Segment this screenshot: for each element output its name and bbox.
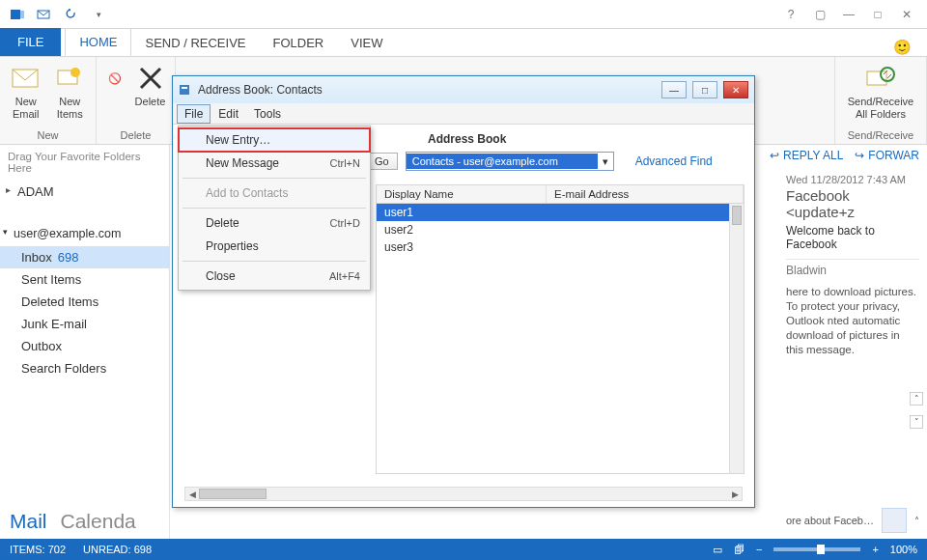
forward-icon: ↪: [855, 149, 864, 162]
tab-folder[interactable]: FOLDER: [260, 30, 338, 56]
account-node[interactable]: user@example.com: [0, 221, 169, 246]
zoom-slider[interactable]: [773, 547, 860, 551]
window-close-button[interactable]: ✕: [896, 4, 917, 25]
menu-new-message-label: New Message: [206, 156, 279, 170]
nav-calendar-link[interactable]: Calenda: [61, 510, 136, 533]
send-receive-all-label: Send/Receive All Folders: [843, 96, 918, 121]
menu-delete[interactable]: DeleteCtrl+D: [179, 211, 370, 235]
expand-header-icon[interactable]: ˄: [910, 392, 923, 406]
chevron-down-icon[interactable]: ▾: [598, 155, 613, 168]
folder-inbox-count: 698: [58, 250, 79, 265]
svg-rect-0: [11, 10, 20, 19]
people-pane-toggle-icon[interactable]: ˄: [914, 516, 919, 526]
nav-mail-link[interactable]: Mail: [10, 510, 47, 533]
reply-all-label: REPLY ALL: [783, 149, 843, 162]
feedback-smiley-icon[interactable]: 🙂: [893, 39, 912, 56]
folder-outbox[interactable]: Outbox: [0, 335, 169, 357]
forward-button[interactable]: ↪FORWAR: [855, 149, 919, 162]
forward-label: FORWAR: [868, 149, 919, 162]
tab-home[interactable]: HOME: [65, 28, 131, 56]
quick-undo-icon[interactable]: [62, 5, 81, 24]
view-normal-icon[interactable]: ▭: [713, 544, 722, 556]
list-vertical-scrollbar[interactable]: [729, 204, 744, 473]
contact-list-header: Display Name E-mail Address: [376, 184, 744, 204]
zoom-in-button[interactable]: +: [872, 544, 878, 555]
delete-button[interactable]: Delete: [133, 61, 167, 108]
send-receive-all-button[interactable]: Send/Receive All Folders: [843, 61, 918, 121]
folder-pane: Drag Your Favorite Folders Here ADAM use…: [0, 145, 170, 539]
tab-view[interactable]: VIEW: [337, 30, 396, 56]
view-reading-icon[interactable]: 🗐: [734, 544, 744, 555]
nav-bottom-bar: Mail Calenda: [0, 500, 169, 539]
new-email-button[interactable]: New Email: [8, 61, 44, 121]
svg-rect-9: [182, 87, 187, 89]
new-email-label: New Email: [8, 96, 44, 121]
menu-close-shortcut: Alt+F4: [329, 270, 360, 282]
menu-new-message[interactable]: New MessageCtrl+N: [179, 152, 370, 175]
menu-close[interactable]: CloseAlt+F4: [179, 265, 370, 288]
contact-list[interactable]: user1 user2 user3: [376, 204, 744, 474]
new-items-button[interactable]: New Items: [52, 61, 89, 121]
folder-sent-items[interactable]: Sent Items: [0, 268, 169, 291]
list-horizontal-scrollbar[interactable]: ◀ ▶: [184, 487, 743, 501]
tab-file[interactable]: FILE: [0, 28, 61, 56]
folder-search-folders[interactable]: Search Folders: [0, 357, 169, 379]
collapse-header-icon[interactable]: ˅: [910, 415, 923, 429]
zoom-level[interactable]: 100%: [890, 544, 917, 555]
quick-send-icon[interactable]: [35, 5, 54, 24]
profile-node[interactable]: ADAM: [0, 180, 169, 204]
dialog-titlebar[interactable]: Address Book: Contacts — □ ✕: [173, 76, 754, 103]
ribbon-tabs: FILE HOME SEND / RECEIVE FOLDER VIEW 🙂: [0, 29, 927, 56]
folder-deleted-items[interactable]: Deleted Items: [0, 291, 169, 313]
dialog-menubar: File Edit Tools: [173, 103, 754, 125]
menu-edit[interactable]: Edit: [211, 104, 246, 124]
message-to-line: Bladwin: [786, 259, 919, 277]
contact-row[interactable]: user1: [377, 204, 744, 221]
send-receive-icon: [865, 63, 896, 94]
help-icon[interactable]: ?: [780, 4, 801, 25]
advanced-find-link[interactable]: Advanced Find: [635, 154, 713, 168]
reply-all-button[interactable]: ↩REPLY ALL: [770, 149, 843, 162]
quick-customize-dropdown[interactable]: ▾: [89, 5, 108, 24]
folder-junk[interactable]: Junk E-mail: [0, 313, 169, 335]
contact-row[interactable]: user2: [377, 221, 744, 238]
dialog-close-button[interactable]: ✕: [723, 81, 748, 98]
scrollbar-thumb[interactable]: [199, 489, 267, 499]
tab-send-receive[interactable]: SEND / RECEIVE: [131, 30, 259, 56]
menu-new-entry-label: New Entry…: [206, 133, 270, 147]
ignore-button[interactable]: 🚫: [104, 61, 126, 108]
window-minimize-button[interactable]: —: [838, 4, 859, 25]
ignore-icon: 🚫: [99, 63, 130, 94]
people-pane-avatar[interactable]: [882, 508, 907, 533]
contact-row[interactable]: user3: [377, 238, 744, 256]
message-from: Facebook <update+z: [786, 187, 919, 220]
status-items: ITEMS: 702: [10, 544, 66, 555]
scrollbar-thumb[interactable]: [732, 206, 742, 225]
folder-inbox[interactable]: Inbox698: [0, 246, 169, 268]
delete-x-icon: [135, 63, 166, 94]
menu-separator: [183, 208, 366, 209]
menu-new-entry[interactable]: New Entry…: [179, 128, 370, 152]
new-items-icon: [54, 63, 85, 94]
scroll-right-arrow-icon[interactable]: ▶: [728, 490, 742, 499]
message-infobar[interactable]: here to download pictures. To protect yo…: [786, 285, 919, 357]
address-book-selector[interactable]: Contacts - user@example.com ▾: [406, 152, 614, 171]
favorites-hint: Drag Your Favorite Folders Here: [0, 145, 169, 180]
menu-file[interactable]: File: [177, 104, 211, 124]
ribbon-display-options-icon[interactable]: ▢: [809, 4, 830, 25]
dialog-maximize-button[interactable]: □: [692, 81, 717, 98]
dialog-minimize-button[interactable]: —: [661, 81, 687, 98]
menu-separator: [183, 178, 366, 179]
address-book-icon: [179, 83, 192, 97]
col-email-address[interactable]: E-mail Address: [547, 185, 744, 203]
menu-properties[interactable]: Properties: [179, 235, 370, 258]
zoom-out-button[interactable]: −: [756, 544, 762, 555]
address-book-selector-value: Contacts - user@example.com: [407, 154, 598, 169]
people-pane-summary[interactable]: ore about Faceb…: [786, 515, 874, 526]
col-display-name[interactable]: Display Name: [377, 185, 547, 203]
menu-close-label: Close: [206, 269, 236, 283]
file-menu-dropdown: New Entry… New MessageCtrl+N Add to Cont…: [178, 126, 371, 291]
scroll-left-arrow-icon[interactable]: ◀: [185, 490, 199, 499]
menu-tools[interactable]: Tools: [246, 104, 289, 124]
window-maximize-button[interactable]: □: [867, 4, 888, 25]
